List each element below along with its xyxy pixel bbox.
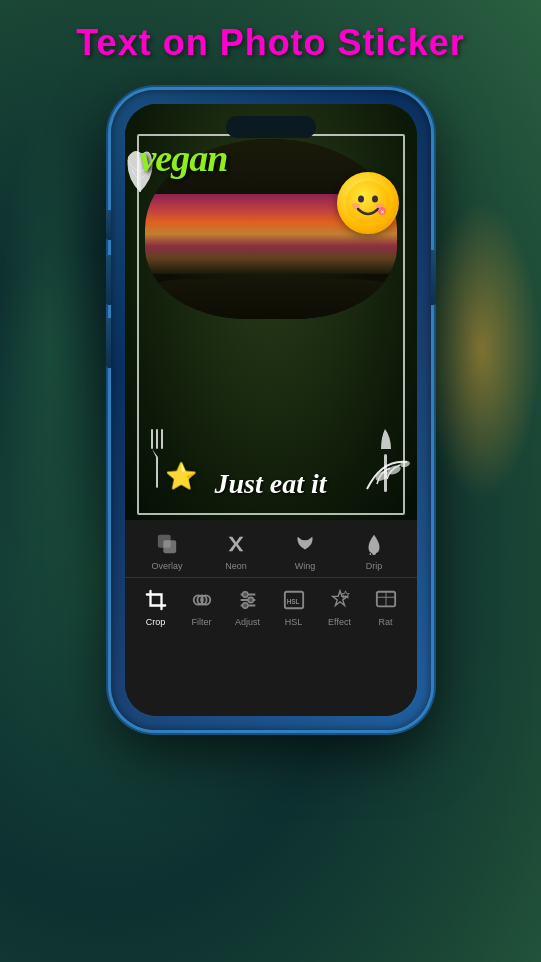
toolbar-item-effect[interactable]: Effect (320, 586, 360, 627)
neon-icon (222, 530, 250, 558)
svg-point-4 (372, 196, 378, 203)
toolbar-tools-row: Crop Filter (125, 578, 417, 627)
toolbar-item-ratio[interactable]: Rat (366, 586, 406, 627)
svg-point-25 (242, 592, 248, 598)
emoji-sticker[interactable]: ✕ (337, 172, 399, 234)
toolbar-item-hsl[interactable]: HSL HSL (274, 586, 314, 627)
filter-label: Filter (192, 617, 212, 627)
ratio-icon (372, 586, 400, 614)
svg-rect-17 (163, 541, 176, 554)
svg-rect-9 (151, 429, 153, 449)
svg-point-26 (248, 597, 254, 603)
volume-up-button (106, 255, 111, 305)
svg-point-18 (372, 552, 376, 556)
svg-point-3 (358, 196, 364, 203)
svg-rect-11 (161, 429, 163, 449)
phone-screen: vegan (125, 104, 417, 716)
power-button (431, 250, 436, 305)
leaf-decoration-bottom-right (362, 454, 412, 500)
adjust-icon (234, 586, 262, 614)
drip-label: Drip (366, 561, 383, 571)
toolbar-sticker-row: Overlay Neon (125, 530, 417, 578)
svg-rect-10 (156, 429, 158, 449)
photo-content: vegan (125, 104, 417, 520)
effect-icon (326, 586, 354, 614)
overlay-label: Overlay (151, 561, 182, 571)
phone-frame: vegan (111, 90, 431, 730)
toolbar-item-wing[interactable]: Wing (285, 530, 325, 571)
bg-blur-right (421, 200, 541, 500)
ratio-label: Rat (378, 617, 392, 627)
toolbar-item-adjust[interactable]: Adjust (228, 586, 268, 627)
hsl-icon: HSL (280, 586, 308, 614)
vegan-text: vegan (140, 136, 228, 180)
hsl-label: HSL (285, 617, 303, 627)
crop-icon (142, 586, 170, 614)
toolbar: Overlay Neon (125, 520, 417, 716)
mute-button (106, 210, 111, 240)
svg-text:✕: ✕ (380, 209, 385, 215)
svg-text:HSL: HSL (286, 598, 299, 605)
just-eat-text: Just eat it (214, 469, 326, 500)
bg-blur-left (0, 100, 100, 600)
toolbar-item-crop[interactable]: Crop (136, 586, 176, 627)
toolbar-item-overlay[interactable]: Overlay (147, 530, 187, 571)
filter-icon (188, 586, 216, 614)
svg-point-2 (346, 181, 390, 225)
overlay-icon (153, 530, 181, 558)
drip-icon (360, 530, 388, 558)
toolbar-item-neon[interactable]: Neon (216, 530, 256, 571)
svg-point-27 (242, 603, 248, 609)
effect-label: Effect (328, 617, 351, 627)
crop-label: Crop (146, 617, 166, 627)
page-title: Text on Photo Sticker (0, 22, 541, 64)
volume-down-button (106, 318, 111, 368)
toolbar-item-filter[interactable]: Filter (182, 586, 222, 627)
toolbar-item-drip[interactable]: Drip (354, 530, 394, 571)
adjust-label: Adjust (235, 617, 260, 627)
phone-notch (226, 116, 316, 138)
neon-label: Neon (225, 561, 247, 571)
wing-icon (291, 530, 319, 558)
wing-label: Wing (295, 561, 316, 571)
